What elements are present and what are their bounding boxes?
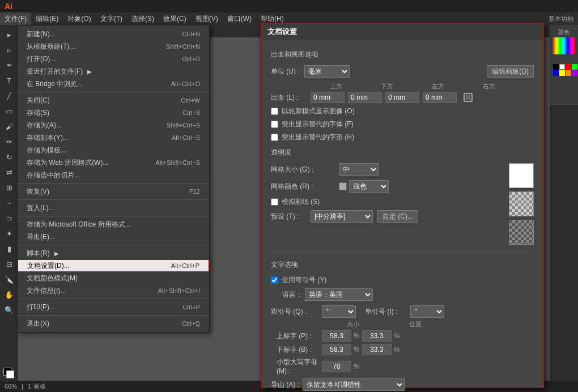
dropdown-item-12[interactable]: 恢复(V)F12 bbox=[18, 185, 209, 198]
dropdown-item-4[interactable]: 在 Bridge 中浏览...Alt+Ctrl+O bbox=[18, 78, 209, 90]
smart-quotes-label: 使用弯引号 (Y) bbox=[282, 275, 326, 285]
tool-paintbrush[interactable]: 🖌 bbox=[1, 119, 17, 134]
bleed-top-input[interactable] bbox=[311, 92, 345, 103]
menubar-item-view[interactable]: 视图(V) bbox=[191, 12, 223, 25]
export-select[interactable]: 保留文本可调错性 bbox=[303, 378, 405, 391]
menu-separator bbox=[18, 199, 209, 200]
grid-preview-checker-dark bbox=[509, 220, 534, 245]
dropdown-item-16[interactable]: 脚本(R)▶ bbox=[18, 247, 209, 259]
shortcut-label: Ctrl+N bbox=[182, 31, 200, 37]
grid-color-select[interactable]: 浅色中等深色 bbox=[349, 180, 389, 193]
bleed-left-header: 左方 bbox=[413, 82, 464, 91]
tool-width[interactable]: ⊃ bbox=[1, 211, 17, 225]
tool-rectangle[interactable]: ▭ bbox=[1, 104, 17, 118]
tool-type[interactable]: T bbox=[1, 73, 17, 88]
dropdown-item-11[interactable]: 存储选中的切片... bbox=[18, 169, 209, 181]
tool-column-graph[interactable]: ▮ bbox=[1, 241, 17, 256]
tool-slice[interactable]: 🔪 bbox=[1, 272, 17, 287]
tool-warp[interactable]: ~ bbox=[1, 195, 17, 210]
dropdown-item-13[interactable]: 置入(L)... bbox=[18, 202, 209, 214]
menubar-item-text[interactable]: 文字(T) bbox=[96, 12, 127, 25]
unit-select[interactable]: 毫米 像素 厘米 bbox=[304, 65, 350, 78]
menubar-item-object[interactable]: 对象(O) bbox=[63, 12, 95, 25]
grid-preview-white bbox=[509, 163, 534, 188]
grid-color-label: 网格颜色 (R) : bbox=[271, 182, 339, 191]
dropdown-item-7[interactable]: 存储为(A)...Shift+Ctrl+S bbox=[18, 119, 209, 131]
highlight-glyphs-checkbox[interactable] bbox=[271, 134, 278, 141]
dropdown-item-2[interactable]: 打开(O)...Ctrl+O bbox=[18, 53, 209, 65]
tool-pen[interactable]: ✒ bbox=[1, 58, 17, 73]
menubar-item-select[interactable]: 选择(S) bbox=[127, 12, 159, 25]
small-caps-row: 小型大写字母 (M) : % bbox=[277, 357, 534, 375]
tool-direct-select[interactable]: ▹ bbox=[1, 42, 17, 57]
dropdown-item-19[interactable]: 文件信息(I)...Alt+Shift+Ctrl+I bbox=[18, 284, 209, 297]
preset-row: 预设 (T) : [中分辨率][高分辨率][低分辨率] 自定 (C)... bbox=[271, 210, 503, 223]
outline-mode-row: 以轮廓模式显示图像 (O) bbox=[271, 106, 534, 116]
smart-quotes-checkbox[interactable] bbox=[271, 276, 278, 284]
dropdown-item-21[interactable]: 退出(X)Ctrl+Q bbox=[18, 317, 209, 330]
menubar-item-edit[interactable]: 编辑(E) bbox=[31, 12, 63, 25]
menubar-item-effect[interactable]: 效果(C) bbox=[159, 12, 191, 25]
highlight-fonts-checkbox[interactable] bbox=[271, 121, 278, 128]
export-label: 导山 (A) : bbox=[271, 380, 299, 390]
tool-line[interactable]: ╱ bbox=[1, 88, 17, 103]
tool-select[interactable]: ▸ bbox=[1, 27, 17, 42]
dropdown-item-3[interactable]: 最近打开的文件(F)▶ bbox=[18, 65, 209, 78]
bleed-bottom-input[interactable] bbox=[348, 92, 382, 103]
text-section: 文字选项 使用弯引号 (Y) 语言： 英语：美国 双引号 (Q) : "" 单引… bbox=[271, 252, 534, 391]
color-panel-strip[interactable]: 颜色 bbox=[550, 25, 578, 59]
language-row: 语言： 英语：美国 bbox=[282, 288, 534, 301]
menubar-item-window[interactable]: 窗口(W) bbox=[223, 12, 256, 25]
outline-mode-checkbox[interactable] bbox=[271, 108, 278, 115]
preset-select[interactable]: [中分辨率][高分辨率][低分辨率] bbox=[311, 210, 373, 223]
chain-link-icon[interactable]: ⛓ bbox=[464, 93, 473, 102]
double-quote-select[interactable]: "" bbox=[322, 305, 356, 318]
export-row: 导山 (A) : 保留文本可调错性 bbox=[271, 378, 534, 391]
simulate-paper-checkbox[interactable] bbox=[271, 198, 278, 206]
subscript-size-input[interactable] bbox=[322, 344, 351, 355]
edit-canvas-btn[interactable]: 编辑画板(D) bbox=[487, 65, 534, 78]
swatch-panel-strip[interactable] bbox=[550, 59, 578, 105]
bleed-right-input[interactable] bbox=[423, 92, 457, 103]
double-quote-label: 双引号 (Q) : bbox=[271, 307, 322, 317]
tool-rotate[interactable]: ↻ bbox=[1, 150, 17, 164]
dropdown-item-9[interactable]: 存储为模板... bbox=[18, 144, 209, 156]
dropdown-item-14[interactable]: 存储为 Microsoft Office 所用格式... bbox=[18, 218, 209, 231]
grid-size-select[interactable]: 中小大 bbox=[339, 163, 379, 176]
dropdown-item-6[interactable]: 存储(S)Ctrl+S bbox=[18, 106, 209, 119]
quotes-row: 双引号 (Q) : "" 单引号 (I) : '' bbox=[271, 305, 534, 318]
dropdown-item-0[interactable]: 新建(N)...Ctrl+N bbox=[18, 28, 209, 40]
custom-btn[interactable]: 自定 (C)... bbox=[377, 210, 418, 223]
subscript-pos-input[interactable] bbox=[362, 344, 392, 355]
highlight-glyphs-row: 突出显示替代的字形 (H) bbox=[271, 133, 534, 142]
tool-artboard[interactable]: ⊟ bbox=[1, 257, 17, 271]
dropdown-item-5[interactable]: 关闭(C)Ctrl+W bbox=[18, 94, 209, 106]
tool-symbol[interactable]: ✦ bbox=[1, 226, 17, 241]
dropdown-item-18[interactable]: 文档颜色模式(M) bbox=[18, 272, 209, 284]
language-select[interactable]: 英语：美国 bbox=[305, 288, 373, 301]
tool-zoom[interactable]: 🔍 bbox=[1, 302, 17, 317]
dropdown-item-8[interactable]: 存储副本(Y)...Alt+Ctrl+S bbox=[18, 131, 209, 144]
superscript-pos-input[interactable] bbox=[362, 330, 392, 342]
single-quote-select[interactable]: '' bbox=[410, 305, 444, 318]
superscript-size-input[interactable] bbox=[322, 330, 351, 342]
dropdown-item-15[interactable]: 导出(E)... bbox=[18, 231, 209, 243]
dropdown-item-1[interactable]: 从模板新建(T)...Shift+Ctrl+N bbox=[18, 40, 209, 53]
bleed-bottom-header: 下方 bbox=[362, 82, 413, 91]
shortcut-label: Shift+Ctrl+N bbox=[166, 43, 200, 50]
tool-reflect[interactable]: ⇄ bbox=[1, 165, 17, 180]
small-caps-input[interactable] bbox=[322, 361, 351, 372]
tool-hand[interactable]: ✋ bbox=[1, 287, 17, 302]
menubar-item-file[interactable]: 文件(F) bbox=[0, 12, 31, 25]
bleed-left-input[interactable] bbox=[385, 92, 419, 103]
dropdown-item-17[interactable]: 文档设置(D)...Alt+Ctrl+P bbox=[18, 259, 209, 272]
menu-separator bbox=[18, 216, 209, 216]
superscript-row: 上标字 (P) : % % bbox=[277, 330, 534, 342]
tool-fill[interactable] bbox=[1, 365, 17, 380]
dropdown-item-10[interactable]: 存储为 Web 所用格式(W)...Alt+Shift+Ctrl+S bbox=[18, 156, 209, 169]
tool-scale[interactable]: ⊞ bbox=[1, 180, 17, 195]
tool-pencil[interactable]: ✏ bbox=[1, 134, 17, 149]
dropdown-item-20[interactable]: 打印(P)...Ctrl+P bbox=[18, 301, 209, 313]
size-col-header: 大小 bbox=[328, 320, 379, 329]
unit-label: 单位 (U) : bbox=[271, 67, 300, 76]
